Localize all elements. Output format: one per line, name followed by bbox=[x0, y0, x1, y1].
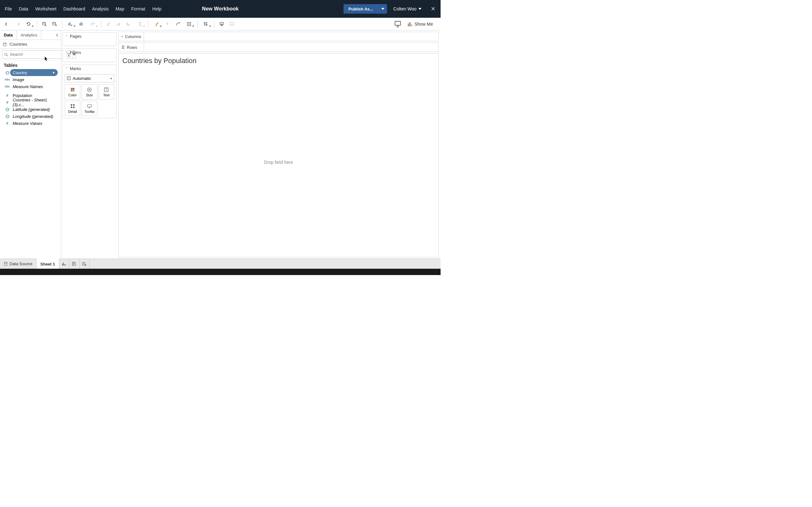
field-image[interactable]: Abc Image bbox=[1, 76, 60, 83]
fit-button[interactable] bbox=[183, 19, 195, 29]
size-button[interactable]: Size bbox=[82, 84, 97, 100]
worksheet-view[interactable]: Countries by Population Drop field here bbox=[118, 53, 439, 257]
sigma-icon bbox=[137, 21, 143, 27]
annotate-button[interactable] bbox=[173, 19, 183, 29]
menu-dashboard[interactable]: Dashboard bbox=[60, 6, 89, 11]
field-measure-names[interactable]: Abc Measure Names bbox=[1, 83, 60, 90]
svg-point-1 bbox=[53, 22, 55, 23]
menu-worksheet[interactable]: Worksheet bbox=[32, 6, 60, 11]
columns-shelf[interactable]: Columns bbox=[118, 32, 439, 41]
showhide-cards-button[interactable] bbox=[200, 19, 212, 29]
color-button[interactable]: Color bbox=[65, 84, 80, 100]
close-button[interactable]: ✕ bbox=[428, 4, 438, 14]
new-story-tab-button[interactable] bbox=[80, 259, 90, 269]
show-me-button[interactable]: Show Me bbox=[406, 21, 435, 26]
sheet-title[interactable]: Countries by Population bbox=[119, 54, 438, 67]
field-pill-count[interactable]: Countries - Sheet1 (3).c... bbox=[10, 99, 58, 106]
search-input[interactable] bbox=[10, 52, 63, 57]
menu-analysis[interactable]: Analysis bbox=[89, 6, 112, 11]
data-tab[interactable]: Data bbox=[0, 31, 17, 40]
field-list: Country ▼ Abc Image Abc Measure Names # … bbox=[0, 69, 61, 127]
undo-button[interactable] bbox=[3, 19, 12, 29]
rows-drop-zone[interactable] bbox=[144, 43, 438, 52]
analytics-tab[interactable]: Analytics bbox=[17, 31, 41, 40]
user-menu[interactable]: Colten Woo bbox=[390, 6, 425, 11]
color-label: Color bbox=[68, 93, 77, 97]
globe-icon bbox=[4, 114, 10, 118]
field-pill-country[interactable]: Country ▼ bbox=[10, 69, 58, 76]
redo-button[interactable] bbox=[13, 19, 22, 29]
svg-rect-13 bbox=[128, 23, 129, 25]
field-country[interactable]: Country ▼ bbox=[1, 69, 60, 76]
field-pill-latitude[interactable]: Latitude (generated) bbox=[10, 106, 58, 113]
duplicate-sheet-button[interactable] bbox=[77, 19, 86, 29]
columns-drop-zone[interactable] bbox=[144, 32, 438, 41]
rows-shelf[interactable]: Rows bbox=[118, 43, 439, 52]
label-button[interactable]: T bbox=[163, 19, 172, 29]
tooltip-button[interactable]: Tooltip bbox=[82, 101, 97, 116]
publish-dropdown[interactable] bbox=[378, 4, 387, 14]
download-button[interactable] bbox=[217, 19, 226, 29]
revert-button[interactable] bbox=[23, 19, 34, 29]
field-count[interactable]: # Countries - Sheet1 (3).c... bbox=[1, 99, 60, 106]
data-guide-button[interactable] bbox=[393, 19, 403, 29]
svg-rect-43 bbox=[71, 104, 72, 106]
svg-rect-23 bbox=[230, 22, 234, 25]
annotate-icon bbox=[175, 21, 181, 27]
detail-icon bbox=[70, 104, 75, 109]
totals-button[interactable] bbox=[134, 19, 146, 29]
show-me-panel: Show Me bbox=[390, 19, 438, 29]
field-pill-measure-names[interactable]: Measure Names bbox=[10, 83, 58, 90]
menu-file[interactable]: File bbox=[1, 6, 15, 11]
text-button[interactable]: TText bbox=[99, 84, 114, 100]
view-drop-zone[interactable]: Drop field here bbox=[119, 67, 438, 257]
menu-data[interactable]: Data bbox=[15, 6, 32, 11]
field-longitude[interactable]: Longitude (generated) bbox=[1, 113, 60, 120]
svg-rect-12 bbox=[127, 22, 128, 25]
svg-rect-5 bbox=[81, 22, 82, 26]
detail-button[interactable]: Detail bbox=[65, 101, 80, 116]
download-icon bbox=[219, 21, 224, 27]
mark-type-label: Automatic bbox=[72, 76, 91, 81]
field-pill-image[interactable]: Image bbox=[10, 76, 58, 83]
publish-button[interactable]: Publish As... bbox=[344, 4, 378, 14]
pages-card[interactable]: ⌃Pages bbox=[62, 32, 116, 46]
new-datasource-button[interactable] bbox=[40, 19, 49, 29]
auto-icon: T bbox=[67, 76, 71, 80]
sheet-tab[interactable]: Sheet 1 bbox=[37, 259, 59, 269]
menu-help[interactable]: Help bbox=[149, 6, 165, 11]
presentation-button[interactable] bbox=[227, 19, 237, 29]
color-icon bbox=[70, 87, 75, 92]
svg-rect-6 bbox=[82, 22, 83, 25]
pause-autoupdate-button[interactable] bbox=[50, 19, 59, 29]
field-pill-longitude[interactable]: Longitude (generated) bbox=[10, 113, 58, 120]
field-measure-values[interactable]: # Measure Values bbox=[1, 120, 60, 127]
mark-type-select[interactable]: T Automatic ▾ bbox=[65, 74, 114, 82]
new-worksheet-tab-button[interactable] bbox=[59, 259, 69, 269]
tables-header: Tables bbox=[0, 60, 61, 69]
clear-sheet-button[interactable] bbox=[87, 19, 98, 29]
fields-menu-button[interactable] bbox=[72, 50, 76, 59]
field-label: Measure Names bbox=[13, 84, 43, 89]
revert-icon bbox=[26, 21, 32, 27]
filter-fields-button[interactable] bbox=[67, 50, 71, 59]
svg-point-48 bbox=[4, 262, 7, 263]
field-latitude[interactable]: Latitude (generated) bbox=[1, 106, 60, 113]
svg-rect-27 bbox=[411, 24, 412, 26]
datasource-tab[interactable]: Data Source bbox=[0, 259, 37, 269]
sort-asc-button[interactable] bbox=[114, 19, 123, 29]
tooltip-label: Tooltip bbox=[84, 110, 95, 113]
sheet-tabs-bar: Data Source Sheet 1 bbox=[0, 259, 441, 269]
field-label: Image bbox=[13, 77, 24, 82]
menu-format[interactable]: Format bbox=[128, 6, 149, 11]
new-dashboard-tab-button[interactable] bbox=[69, 259, 80, 269]
field-pill-measure-values[interactable]: Measure Values bbox=[10, 120, 58, 127]
menu-map[interactable]: Map bbox=[112, 6, 128, 11]
collapse-sidebar-button[interactable] bbox=[53, 31, 61, 40]
highlight-button[interactable] bbox=[151, 19, 162, 29]
datasource-tab-label: Data Source bbox=[9, 262, 32, 266]
sort-desc-button[interactable] bbox=[124, 19, 134, 29]
datasource-item[interactable]: Countries bbox=[0, 40, 61, 49]
swap-button[interactable] bbox=[104, 19, 113, 29]
new-worksheet-button[interactable] bbox=[65, 19, 76, 29]
